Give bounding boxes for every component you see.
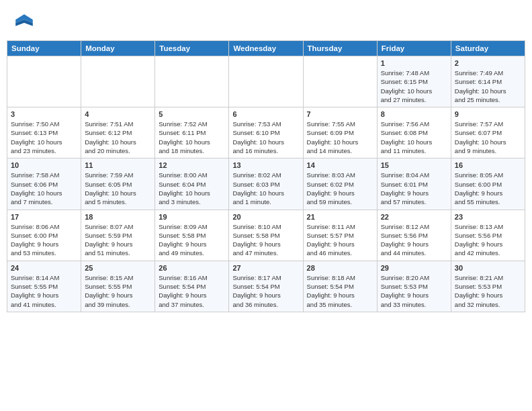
day-info: Sunrise: 7:53 AM xyxy=(232,120,299,128)
day-info: Sunset: 6:07 PM xyxy=(455,128,521,137)
column-header-sunday: Sunday xyxy=(7,41,81,56)
day-number: 14 xyxy=(307,161,373,169)
day-number: 21 xyxy=(307,213,373,221)
day-info: Sunset: 6:03 PM xyxy=(232,180,299,189)
calendar-cell: 15Sunrise: 8:04 AMSunset: 6:01 PMDayligh… xyxy=(377,158,451,210)
day-info: Sunrise: 8:10 AM xyxy=(232,222,299,231)
day-info: Sunset: 5:53 PM xyxy=(381,282,447,291)
calendar-week-4: 24Sunrise: 8:14 AMSunset: 5:55 PMDayligh… xyxy=(7,261,525,312)
day-info: Daylight: 9 hours xyxy=(307,240,373,248)
day-info: and 51 minutes. xyxy=(85,248,151,257)
day-info: Sunset: 5:58 PM xyxy=(232,231,299,240)
day-info: Sunrise: 8:07 AM xyxy=(85,222,151,231)
day-info: Daylight: 9 hours xyxy=(232,240,299,248)
day-info: and 32 minutes. xyxy=(455,300,521,309)
day-number: 18 xyxy=(85,213,151,221)
day-info: Sunset: 6:06 PM xyxy=(11,180,77,189)
day-info: Sunrise: 8:11 AM xyxy=(307,222,373,231)
day-info: and 23 minutes. xyxy=(11,146,77,155)
day-info: Sunset: 6:15 PM xyxy=(381,77,447,86)
day-info: Sunrise: 8:03 AM xyxy=(307,171,373,179)
column-header-monday: Monday xyxy=(81,41,155,56)
day-info: Daylight: 10 hours xyxy=(381,138,447,146)
day-info: Daylight: 10 hours xyxy=(455,138,521,146)
calendar-cell: 27Sunrise: 8:17 AMSunset: 5:54 PMDayligh… xyxy=(229,261,303,312)
day-info: Sunrise: 7:55 AM xyxy=(307,120,373,128)
day-number: 17 xyxy=(11,213,77,221)
day-info: Daylight: 10 hours xyxy=(11,138,77,146)
day-info: Sunset: 6:08 PM xyxy=(381,128,447,137)
day-info: Daylight: 9 hours xyxy=(455,189,521,197)
calendar-cell xyxy=(155,56,229,107)
day-number: 19 xyxy=(159,213,225,221)
calendar-cell xyxy=(81,56,155,107)
calendar-cell: 28Sunrise: 8:18 AMSunset: 5:54 PMDayligh… xyxy=(303,261,377,312)
day-number: 28 xyxy=(307,264,373,272)
day-info: Daylight: 9 hours xyxy=(381,189,447,197)
day-info: Sunset: 6:10 PM xyxy=(232,128,299,137)
calendar-week-1: 3Sunrise: 7:50 AMSunset: 6:13 PMDaylight… xyxy=(7,107,525,158)
day-number: 11 xyxy=(85,161,151,169)
calendar-cell: 5Sunrise: 7:52 AMSunset: 6:11 PMDaylight… xyxy=(155,107,229,158)
calendar-cell: 10Sunrise: 7:58 AMSunset: 6:06 PMDayligh… xyxy=(7,158,81,210)
day-info: Daylight: 9 hours xyxy=(455,291,521,300)
day-info: Sunrise: 8:16 AM xyxy=(159,273,225,282)
day-info: Daylight: 10 hours xyxy=(232,138,299,146)
day-info: Sunset: 5:54 PM xyxy=(307,282,373,291)
day-info: Sunrise: 8:17 AM xyxy=(232,273,299,282)
day-info: and 7 minutes. xyxy=(11,197,77,206)
calendar-cell: 2Sunrise: 7:49 AMSunset: 6:14 PMDaylight… xyxy=(451,56,525,107)
day-number: 23 xyxy=(455,213,521,221)
day-info: and 14 minutes. xyxy=(307,146,373,155)
day-info: Sunrise: 8:15 AM xyxy=(85,273,151,282)
column-header-saturday: Saturday xyxy=(451,41,525,56)
day-info: Sunrise: 8:06 AM xyxy=(11,222,77,231)
day-number: 9 xyxy=(455,110,521,118)
day-info: Daylight: 9 hours xyxy=(11,291,77,300)
day-info: Daylight: 9 hours xyxy=(307,291,373,300)
day-info: Daylight: 9 hours xyxy=(159,291,225,300)
calendar-cell: 3Sunrise: 7:50 AMSunset: 6:13 PMDaylight… xyxy=(7,107,81,158)
day-info: and 55 minutes. xyxy=(455,197,521,206)
day-info: and 57 minutes. xyxy=(381,197,447,206)
day-info: Daylight: 9 hours xyxy=(455,240,521,248)
day-info: and 1 minute. xyxy=(232,197,299,206)
column-header-thursday: Thursday xyxy=(303,41,377,56)
day-info: Sunrise: 7:51 AM xyxy=(85,120,151,128)
calendar-cell: 16Sunrise: 8:05 AMSunset: 6:00 PMDayligh… xyxy=(451,158,525,210)
day-info: Sunset: 5:54 PM xyxy=(159,282,225,291)
day-info: Daylight: 10 hours xyxy=(159,138,225,146)
day-info: Daylight: 10 hours xyxy=(159,189,225,197)
day-number: 30 xyxy=(455,264,521,272)
calendar-cell xyxy=(7,56,81,107)
day-info: Daylight: 10 hours xyxy=(455,87,521,95)
day-number: 12 xyxy=(159,161,225,169)
day-info: and 44 minutes. xyxy=(381,248,447,257)
day-info: and 49 minutes. xyxy=(159,248,225,257)
day-info: Sunrise: 7:50 AM xyxy=(11,120,77,128)
day-info: Sunrise: 7:56 AM xyxy=(381,120,447,128)
day-info: Sunset: 6:12 PM xyxy=(85,128,151,137)
calendar-cell: 4Sunrise: 7:51 AMSunset: 6:12 PMDaylight… xyxy=(81,107,155,158)
day-number: 26 xyxy=(159,264,225,272)
calendar-cell: 1Sunrise: 7:48 AMSunset: 6:15 PMDaylight… xyxy=(377,56,451,107)
day-number: 25 xyxy=(85,264,151,272)
day-number: 13 xyxy=(232,161,299,169)
calendar-table: SundayMondayTuesdayWednesdayThursdayFrid… xyxy=(7,40,525,312)
day-info: Daylight: 9 hours xyxy=(381,291,447,300)
day-info: and 59 minutes. xyxy=(307,197,373,206)
day-number: 15 xyxy=(381,161,447,169)
day-info: Sunset: 6:04 PM xyxy=(159,180,225,189)
day-info: Daylight: 10 hours xyxy=(11,189,77,197)
day-info: and 46 minutes. xyxy=(307,248,373,257)
calendar-cell: 21Sunrise: 8:11 AMSunset: 5:57 PMDayligh… xyxy=(303,210,377,261)
calendar-week-2: 10Sunrise: 7:58 AMSunset: 6:06 PMDayligh… xyxy=(7,158,525,210)
day-info: Sunrise: 7:59 AM xyxy=(85,171,151,179)
day-number: 7 xyxy=(307,110,373,118)
day-info: Sunrise: 7:48 AM xyxy=(381,68,447,77)
day-info: Daylight: 9 hours xyxy=(232,291,299,300)
calendar-cell: 22Sunrise: 8:12 AMSunset: 5:56 PMDayligh… xyxy=(377,210,451,261)
day-number: 4 xyxy=(85,110,151,118)
day-number: 3 xyxy=(11,110,77,118)
day-info: Sunset: 6:13 PM xyxy=(11,128,77,137)
